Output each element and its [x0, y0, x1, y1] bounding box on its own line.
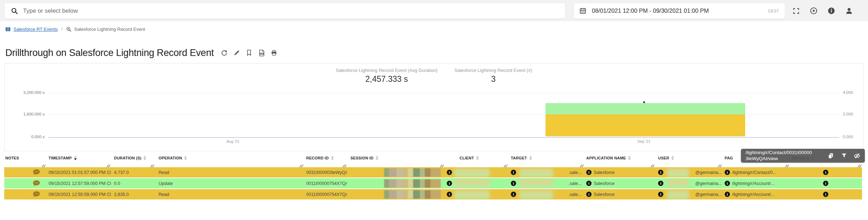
column-header-operation[interactable]: OPERATION: [155, 154, 304, 162]
top-bar: 08/01/2021 12:00 PM - 09/30/2021 01:00 P…: [0, 0, 868, 21]
right-axis-tick: 4.000: [843, 90, 853, 95]
redacted-client: [454, 168, 490, 177]
redacted-client: [454, 190, 490, 199]
info-icon[interactable]: [511, 192, 516, 197]
user-icon[interactable]: [845, 7, 853, 15]
sort-icon[interactable]: [74, 156, 77, 160]
note-comment-icon[interactable]: [33, 169, 40, 176]
filter-icon[interactable]: [841, 153, 847, 159]
sort-icon[interactable]: [476, 156, 479, 160]
info-icon[interactable]: [828, 7, 835, 15]
sort-icon[interactable]: [529, 156, 532, 160]
column-header-user[interactable]: USER: [655, 154, 722, 162]
details-info-icon[interactable]: [823, 192, 828, 197]
column-header-session-id[interactable]: SESSION ID: [347, 154, 444, 162]
search-box[interactable]: [4, 3, 565, 19]
x-axis-label-aug: Aug '21: [212, 139, 254, 143]
info-icon[interactable]: [586, 181, 592, 186]
sort-icon[interactable]: [671, 156, 674, 160]
note-comment-icon[interactable]: [33, 180, 40, 187]
page-title: Drillthrough on Salesforce Lightning Rec…: [5, 47, 214, 58]
bookmark-icon[interactable]: [246, 50, 252, 56]
details-info-icon[interactable]: [823, 181, 828, 186]
avg-duration-point: [643, 101, 645, 103]
info-icon[interactable]: [447, 181, 452, 186]
redacted-client: [454, 179, 490, 188]
chart-panel: Salesforce Lightning Record Event (Avg D…: [4, 63, 864, 151]
bar-segment-read[interactable]: [546, 114, 745, 137]
sort-icon[interactable]: [184, 156, 187, 160]
target-cell: .sale...: [569, 192, 582, 197]
export-csv-icon[interactable]: CSV: [258, 50, 265, 56]
record-id-cell: 0031I000003leWyQAI: [304, 167, 347, 177]
info-icon[interactable]: [658, 192, 663, 197]
operation-cell: Update: [155, 178, 304, 188]
info-icon[interactable]: [447, 192, 452, 197]
redacted-user: [667, 179, 689, 188]
timezone-label: CEST: [768, 9, 779, 13]
timestamp-cell: 09/15/2021 01:01:57.000 PM CEST: [46, 167, 111, 177]
eye-slash-icon[interactable]: [854, 153, 860, 159]
bar-segment-update[interactable]: [546, 103, 745, 114]
x-axis-line: [48, 137, 839, 138]
info-icon[interactable]: [658, 181, 663, 186]
column-header-timestamp[interactable]: TIMESTAMP: [46, 154, 111, 162]
fullscreen-icon[interactable]: [792, 7, 800, 15]
info-icon[interactable]: [586, 170, 592, 175]
info-icon[interactable]: [658, 170, 663, 175]
page-cell: /lightning/r/Account/...: [732, 181, 775, 186]
stacked-bar-sep21[interactable]: [546, 103, 745, 136]
redacted-target: [519, 190, 553, 199]
info-icon[interactable]: [725, 170, 730, 175]
search-icon: [11, 7, 18, 15]
breadcrumb-parent-link[interactable]: Salesforce RT Events: [13, 27, 58, 32]
breadcrumb: Salesforce RT Events / Salesforce Lightn…: [5, 26, 145, 33]
metric-label: Salesforce Lightning Record Event (#): [455, 68, 532, 73]
metric-value: 3: [455, 74, 532, 84]
print-icon[interactable]: [270, 50, 277, 56]
copy-icon[interactable]: [828, 153, 834, 159]
search-input[interactable]: [23, 7, 565, 15]
duration-cell: 2,635.0: [111, 189, 155, 199]
note-comment-icon[interactable]: [33, 191, 40, 198]
play-icon[interactable]: [810, 7, 817, 15]
sort-icon[interactable]: [376, 156, 378, 160]
info-icon[interactable]: [586, 192, 592, 197]
tooltip-line1: /lightning/r/Contact/0031I00000: [746, 150, 812, 156]
table-row: 09/15/2021 12:55:59.000 PM CEST 2,635.0 …: [4, 189, 862, 199]
details-info-icon[interactable]: [823, 170, 828, 175]
x-axis-label-sep: Sep '21: [623, 139, 665, 143]
info-icon[interactable]: [511, 181, 516, 186]
refresh-icon[interactable]: [221, 50, 228, 56]
date-range-picker[interactable]: 08/01/2021 12:00 PM - 09/30/2021 01:00 P…: [573, 3, 785, 19]
metric-label: Salesforce Lightning Record Event (Avg D…: [336, 68, 437, 73]
info-icon[interactable]: [725, 181, 730, 186]
table-row: 09/15/2021 12:57:59.000 PM CEST 0.0 Upda…: [4, 178, 862, 188]
sort-icon[interactable]: [331, 156, 334, 160]
sort-icon[interactable]: [143, 156, 146, 160]
metric-avg-duration: Salesforce Lightning Record Event (Avg D…: [336, 68, 437, 84]
info-icon[interactable]: [725, 192, 730, 197]
metric-event-count: Salesforce Lightning Record Event (#) 3: [455, 68, 532, 84]
column-header-application-name[interactable]: APPLICATION NAME: [584, 154, 655, 162]
metric-value: 2,457.333 s: [336, 74, 437, 84]
operation-cell: Read: [155, 167, 304, 177]
column-header-duration[interactable]: DURATION (S): [111, 154, 155, 162]
record-id-cell: 0011I00000754X7QAI: [304, 189, 347, 199]
column-header-record-id[interactable]: RECORD ID: [304, 154, 347, 162]
calendar-icon: [579, 7, 586, 14]
left-axis-tick: 1,600.000 s: [5, 112, 45, 116]
column-header-client[interactable]: CLIENT: [444, 154, 508, 162]
column-header-target[interactable]: TARGET: [508, 154, 584, 162]
edit-icon[interactable]: [233, 50, 240, 56]
info-icon[interactable]: [447, 170, 452, 175]
table-icon: [5, 27, 11, 32]
user-cell: @germaina...: [695, 192, 722, 197]
sort-icon[interactable]: [628, 156, 631, 160]
redacted-session-id: [384, 168, 441, 177]
application-name-cell: Salesforce: [594, 181, 615, 186]
page-value-tooltip: /lightning/r/Contact/0031I00000 3leWyQAI…: [741, 149, 865, 163]
info-icon[interactable]: [511, 170, 516, 175]
redacted-target: [519, 179, 553, 188]
svg-text:CSV: CSV: [260, 53, 263, 55]
